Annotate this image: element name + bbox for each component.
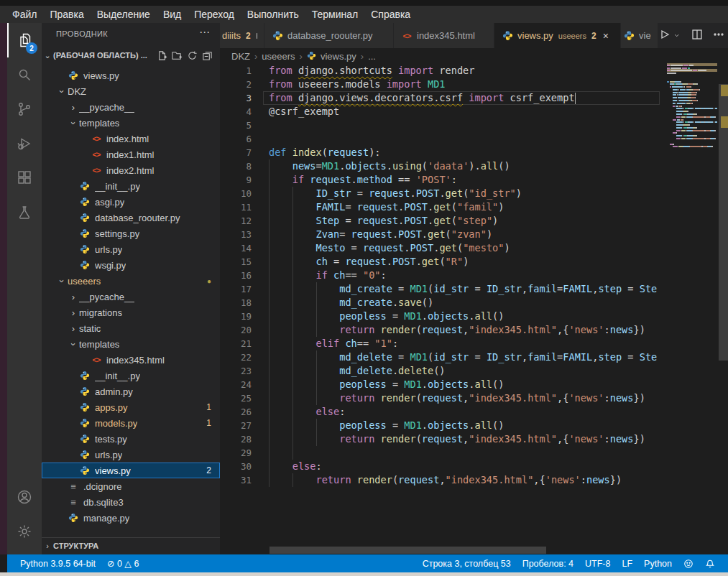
close-icon[interactable]: × [603, 30, 609, 42]
tree-item-__init__.py[interactable]: __init__.py [42, 368, 220, 384]
tree-item-DKZ[interactable]: ›DKZ [42, 83, 220, 99]
code-line-1[interactable]: 1from django.shortcuts import render [220, 64, 663, 78]
code-line-19[interactable]: 19 peopless = MD1.objects.all() [220, 310, 663, 323]
code-line-17[interactable]: 17 md_create = MD1(id_str = ID_str,famil… [220, 282, 663, 296]
breadcrumb-item-...[interactable]: ... [368, 51, 376, 62]
code-line-29[interactable]: 29 [220, 446, 663, 460]
breadcrumb-item-DKZ[interactable]: DKZ [231, 51, 250, 62]
tree-item-settings.py[interactable]: settings.py [42, 226, 220, 241]
tab-views.py[interactable]: views.pyuseeers2× [494, 23, 621, 48]
tree-item-apps.py[interactable]: apps.py1 [42, 399, 220, 415]
code-line-15[interactable]: 15 ch = request.POST.get("R") [220, 255, 663, 269]
tree-item-__init__.py[interactable]: __init__.py [42, 178, 220, 194]
outline-section-header[interactable]: › СТРУКТУРА [42, 537, 220, 553]
code-area[interactable]: 1from django.shortcuts import render2fro… [220, 64, 663, 547]
menu-item-Выполнить[interactable]: Выполнить [241, 9, 305, 20]
tree-item-views.py[interactable]: views.py2 [42, 463, 220, 478]
code-line-21[interactable]: 21 elif ch== "1": [220, 337, 663, 350]
activity-settings-gear-icon[interactable] [7, 514, 42, 549]
menu-item-Переход[interactable]: Переход [188, 9, 241, 20]
code-line-25[interactable]: 25 return render(request,"index345.html"… [220, 391, 663, 405]
horizontal-scrollbar-thumb[interactable] [269, 547, 546, 554]
code-line-24[interactable]: 24 peopless = MD1.objects.all() [220, 378, 663, 391]
activity-explorer-icon[interactable]: 2 [7, 23, 42, 57]
tab-diiits[interactable]: diiits2 [220, 23, 264, 48]
eol-status[interactable]: LF [616, 559, 638, 569]
breadcrumb[interactable]: DKZ›useeers›views.py›... [220, 48, 728, 64]
tree-item-migrations[interactable]: ›migrations [42, 305, 220, 320]
new-folder-icon[interactable] [172, 50, 183, 61]
code-line-9[interactable]: 9 if request.method == 'POST': [220, 173, 663, 187]
tree-item-index345.html[interactable]: <>index345.html [42, 352, 220, 368]
tree-item-templates[interactable]: ›templates [42, 115, 220, 131]
tree-item-index.html[interactable]: <>index.html [42, 131, 220, 147]
code-line-6[interactable]: 6 [220, 132, 663, 146]
tree-item-__pycache__[interactable]: ›__pycache__ [42, 99, 220, 115]
tree-item-asgi.py[interactable]: asgi.py [42, 194, 220, 210]
breadcrumb-item-views.py[interactable]: views.py [321, 51, 356, 62]
tree-item-.dcignore[interactable]: ≡.dcignore [42, 478, 220, 494]
bell-icon[interactable] [699, 559, 721, 569]
activity-run-debug-icon[interactable] [7, 126, 42, 161]
activity-account-icon[interactable] [7, 480, 42, 514]
explorer-more-actions-icon[interactable]: ⋯ [199, 26, 210, 39]
tab-index345.html[interactable]: <>index345.html [394, 23, 494, 48]
split-editor-icon[interactable] [691, 29, 703, 43]
menu-item-Правка[interactable]: Правка [43, 9, 90, 20]
code-line-7[interactable]: 7def index(request): [220, 146, 663, 159]
tab-vie[interactable]: vie [621, 23, 658, 48]
code-line-27[interactable]: 27 peopless = MD1.objects.all() [220, 419, 663, 432]
code-line-28[interactable]: 28 return render(request,"index345.html"… [220, 432, 663, 446]
code-line-18[interactable]: 18 md_create.save() [220, 296, 663, 310]
menu-item-Вид[interactable]: Вид [157, 9, 188, 20]
encoding-status[interactable]: UTF-8 [579, 559, 616, 569]
more-actions-icon[interactable] [713, 29, 724, 43]
tree-item-templates[interactable]: ›templates [42, 336, 220, 352]
python-interpreter-status[interactable]: Python 3.9.5 64-bit [14, 559, 101, 569]
code-line-23[interactable]: 23 md_delete.delete() [220, 364, 663, 378]
new-file-icon[interactable] [157, 50, 167, 61]
code-line-4[interactable]: 4@csrf_exempt [220, 105, 663, 119]
code-line-5[interactable]: 5 [220, 119, 663, 132]
menu-item-Справка[interactable]: Справка [364, 9, 417, 20]
tree-item-urls.py[interactable]: urls.py [42, 447, 220, 463]
code-line-26[interactable]: 26 else: [220, 405, 663, 419]
menu-item-Выделение[interactable]: Выделение [91, 9, 157, 20]
activity-source-control-icon[interactable] [7, 92, 42, 126]
code-line-13[interactable]: 13 Zvan= request.POST.get("zvan") [220, 228, 663, 241]
code-line-12[interactable]: 12 Step = request.POST.get("step") [220, 214, 663, 228]
menu-item-Терминал[interactable]: Терминал [305, 9, 364, 20]
vertical-scrollbar[interactable] [719, 61, 728, 547]
tree-item-index1.html[interactable]: <>index1.html [42, 147, 220, 162]
code-line-31[interactable]: 31 return render(request,"index345.html"… [220, 473, 663, 487]
code-line-20[interactable]: 20 return render(request,"index345.html"… [220, 323, 663, 337]
code-line-10[interactable]: 10 ID_str = request.POST.get("id_str") [220, 187, 663, 200]
tree-item-wsgi.py[interactable]: wsgi.py [42, 257, 220, 273]
code-line-16[interactable]: 16 if ch== "0": [220, 269, 663, 282]
workspace-section-header[interactable]: ⌄ (РАБОЧАЯ ОБЛАСТЬ) ... [42, 47, 220, 63]
activity-testing-icon[interactable] [7, 195, 42, 230]
code-line-11[interactable]: 11 FAMIL= request.POST.get("famil") [220, 200, 663, 214]
breadcrumb-item-useeers[interactable]: useeers [262, 51, 295, 62]
tree-item-urls.py[interactable]: urls.py [42, 241, 220, 257]
tree-item-tests.py[interactable]: tests.py [42, 431, 220, 447]
menu-item-Файл[interactable]: Файл [6, 9, 43, 20]
tree-item-db.sqlite3[interactable]: ≡db.sqlite3 [42, 494, 220, 510]
tree-item-__pycache__[interactable]: ›__pycache__ [42, 289, 220, 305]
tree-item-index2.html[interactable]: <>index2.html [42, 162, 220, 178]
collapse-all-icon[interactable] [202, 50, 213, 61]
tree-item-views.py[interactable]: views.py [42, 68, 220, 83]
activity-extensions-icon[interactable] [7, 161, 42, 195]
code-line-14[interactable]: 14 Mesto = request.POST.get("mesto") [220, 241, 663, 255]
problems-status[interactable]: ⊘ 0 △ 6 [101, 558, 144, 569]
run-icon[interactable] [658, 29, 670, 43]
tree-item-static[interactable]: ›static [42, 320, 220, 336]
tree-item-admin.py[interactable]: admin.py [42, 384, 220, 399]
feedback-icon[interactable] [678, 559, 699, 569]
tab-database_roouter.py[interactable]: database_roouter.py [264, 23, 394, 48]
cursor-position-status[interactable]: Строка 3, столбец 53 [417, 559, 517, 569]
run-dropdown-icon[interactable] [674, 29, 681, 42]
code-line-8[interactable]: 8 news=MD1.objects.using('daata').all() [220, 159, 663, 173]
tree-item-models.py[interactable]: models.py1 [42, 415, 220, 431]
code-line-3[interactable]: 3from django.views.decorators.csrf impor… [220, 91, 663, 105]
